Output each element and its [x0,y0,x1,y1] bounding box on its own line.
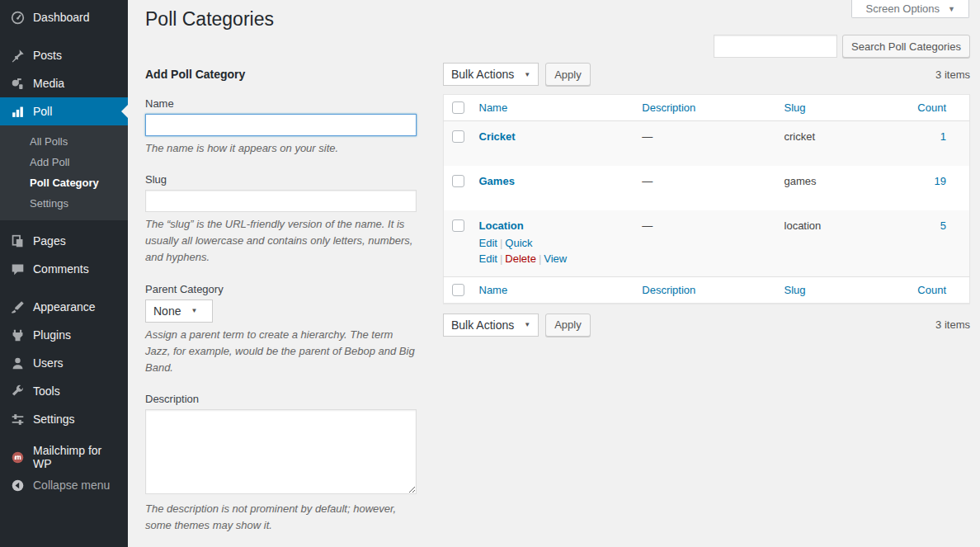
name-label: Name [145,97,417,110]
sidebar-item-label: Appearance [33,300,96,314]
slug-field-group: Slug The “slug” is the URL-friendly vers… [145,173,417,266]
bulk-actions-select[interactable]: Bulk Actions ▼ [443,314,539,337]
items-count: 3 items [935,318,970,331]
submenu-item-poll-settings[interactable]: Settings [0,193,128,214]
apply-button[interactable]: Apply [545,314,591,337]
submenu-item-all-polls[interactable]: All Polls [0,131,128,152]
search-input[interactable] [714,35,837,58]
submenu-item-add-poll[interactable]: Add Poll [0,152,128,172]
plug-icon [9,327,26,343]
bulk-actions-selected-value: Bulk Actions [451,68,514,81]
submenu-item-poll-category[interactable]: Poll Category [0,172,128,193]
sidebar-item-label: Poll [33,105,52,118]
row-checkbox[interactable] [452,130,464,143]
view-link[interactable]: View [544,252,567,265]
name-help-text: The name is how it appears on your site. [145,140,417,157]
category-description: — [634,121,775,166]
wrench-icon [9,383,26,399]
sidebar-item-label: Settings [33,413,75,426]
column-header-name[interactable]: Name [479,284,508,296]
column-header-description[interactable]: Description [642,284,695,296]
media-icon [9,75,26,92]
sidebar-item-dashboard[interactable]: Dashboard [0,3,128,31]
category-name-link[interactable]: Cricket [479,130,516,143]
add-poll-category-form: Add Poll Category Name The name is how i… [145,63,417,547]
action-separator: | [500,237,502,249]
sidebar-item-label: Dashboard [33,11,90,24]
search-box: Search Poll Categories [714,35,970,58]
pushpin-icon [9,47,26,64]
description-textarea[interactable] [145,409,417,494]
category-count-link[interactable]: 19 [935,175,946,187]
column-header-slug[interactable]: Slug [784,284,806,296]
slug-input[interactable] [145,190,417,212]
category-count-link[interactable]: 5 [940,219,946,232]
sidebar-item-label: Media [33,77,64,90]
description-label: Description [145,393,417,405]
menu-separator [0,31,128,41]
paintbrush-icon [9,299,26,315]
sidebar-item-users[interactable]: Users [0,349,128,377]
parent-category-selected-value: None [153,304,181,318]
dashboard-icon [9,9,26,26]
table-header-row: Name Description Slug Count [444,95,970,121]
sidebar-item-posts[interactable]: Posts [0,41,128,69]
sidebar-item-plugins[interactable]: Plugins [0,321,128,349]
column-header-slug[interactable]: Slug [784,101,806,114]
screen-options-tab[interactable]: Screen Options ▼ [851,0,969,18]
category-name-link[interactable]: Games [479,175,515,187]
name-input[interactable] [145,114,417,136]
sidebar-item-pages[interactable]: Pages [0,227,128,255]
select-all-checkbox[interactable] [452,284,464,296]
column-header-count[interactable]: Count [917,101,946,114]
sidebar-item-appearance[interactable]: Appearance [0,293,128,321]
sidebar-item-media[interactable]: Media [0,69,128,97]
sidebar-item-settings[interactable]: Settings [0,405,128,433]
admin-sidebar: Dashboard Posts Media Poll All Polls Add… [0,0,128,547]
action-separator: | [500,252,502,265]
name-field-group: Name The name is how it appears on your … [145,97,417,157]
parent-category-select[interactable]: None ▼ [145,299,213,323]
menu-separator [0,283,128,293]
bar-chart-icon [9,103,26,120]
column-header-name[interactable]: Name [479,101,508,114]
form-heading: Add Poll Category [145,68,417,81]
chevron-down-icon: ▼ [191,307,197,314]
screen-options-label: Screen Options [865,2,940,15]
delete-link[interactable]: Delete [505,252,536,265]
bulk-actions-select[interactable]: Bulk Actions ▼ [443,63,539,86]
table-toolbar-bottom: Bulk Actions ▼ Apply 3 items [443,314,970,337]
column-header-description[interactable]: Description [642,101,695,114]
row-checkbox[interactable] [452,219,464,232]
category-name-link[interactable]: Location [479,219,524,232]
collapse-arrow-icon [9,477,26,493]
table-row-location: Location Edit|Quick Edit|Delete|View — l… [444,210,970,277]
sidebar-item-mailchimp[interactable]: Mailchimp for WP [0,443,128,471]
apply-button[interactable]: Apply [545,63,591,86]
menu-separator [0,433,128,443]
description-field-group: Description The description is not promi… [145,393,417,534]
poll-submenu: All Polls Add Poll Poll Category Setting… [0,125,128,220]
sidebar-item-tools[interactable]: Tools [0,377,128,405]
table-row-cricket: Cricket — cricket 1 [444,121,970,166]
page-title: Poll Categories [145,0,970,35]
sidebar-item-poll[interactable]: Poll [0,97,128,125]
parent-category-help-text: Assign a parent term to create a hierarc… [145,327,417,376]
pages-icon [9,233,26,249]
search-poll-categories-button[interactable]: Search Poll Categories [842,35,970,58]
chevron-down-icon: ▼ [524,71,530,78]
category-count-link[interactable]: 1 [940,130,946,143]
main-content: Screen Options ▼ Poll Categories Search … [128,0,980,547]
sidebar-item-label: Comments [33,262,89,276]
select-all-checkbox[interactable] [452,101,464,114]
row-checkbox[interactable] [452,175,464,187]
sidebar-item-label: Plugins [33,328,71,342]
edit-link[interactable]: Edit [479,237,497,249]
sidebar-item-label: Posts [33,49,62,62]
sidebar-item-comments[interactable]: Comments [0,255,128,283]
sidebar-item-label: Collapse menu [33,479,110,492]
description-help-text: The description is not prominent by defa… [145,501,417,534]
bulk-actions-selected-value: Bulk Actions [451,318,514,332]
sidebar-item-collapse-menu[interactable]: Collapse menu [0,471,128,499]
column-header-count[interactable]: Count [917,284,946,296]
